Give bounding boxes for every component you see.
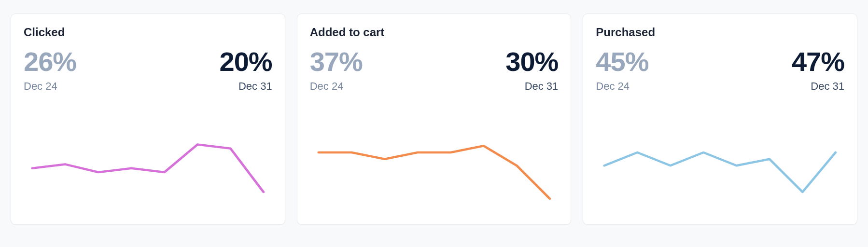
card-added-to-cart: Added to cart 37% Dec 24 30% Dec 31 [297,14,572,225]
end-metric: 30% Dec 31 [505,48,558,93]
card-purchased: Purchased 45% Dec 24 47% Dec 31 [583,14,857,225]
end-metric: 20% Dec 31 [220,48,272,93]
sparkline-purchased [596,129,844,216]
start-value: 37% [310,48,363,76]
start-metric: 26% Dec 24 [24,48,76,93]
end-value: 20% [220,48,272,76]
start-date: Dec 24 [24,80,76,93]
sparkline-path [604,152,836,192]
end-value: 47% [792,48,844,76]
start-metric: 45% Dec 24 [596,48,648,93]
card-title: Added to cart [310,26,559,39]
end-date: Dec 31 [525,80,559,93]
start-metric: 37% Dec 24 [310,48,363,93]
sparkline-wrap [596,107,844,216]
sparkline-path [32,145,264,192]
card-metrics: 45% Dec 24 47% Dec 31 [596,48,844,93]
card-clicked: Clicked 26% Dec 24 20% Dec 31 [11,14,285,225]
card-title: Purchased [596,26,844,39]
end-date: Dec 31 [238,80,272,93]
sparkline-wrap [310,107,559,216]
start-value: 45% [596,48,648,76]
metric-cards-row: Clicked 26% Dec 24 20% Dec 31 Added to c… [11,14,857,225]
start-value: 26% [24,48,76,76]
sparkline-added-to-cart [310,129,559,216]
start-date: Dec 24 [310,80,363,93]
card-metrics: 26% Dec 24 20% Dec 31 [24,48,272,93]
end-metric: 47% Dec 31 [792,48,844,93]
sparkline-clicked [24,129,272,216]
end-value: 30% [505,48,558,76]
start-date: Dec 24 [596,80,648,93]
card-metrics: 37% Dec 24 30% Dec 31 [310,48,559,93]
card-title: Clicked [24,26,272,39]
sparkline-path [319,146,550,198]
sparkline-wrap [24,107,272,216]
end-date: Dec 31 [811,80,844,93]
